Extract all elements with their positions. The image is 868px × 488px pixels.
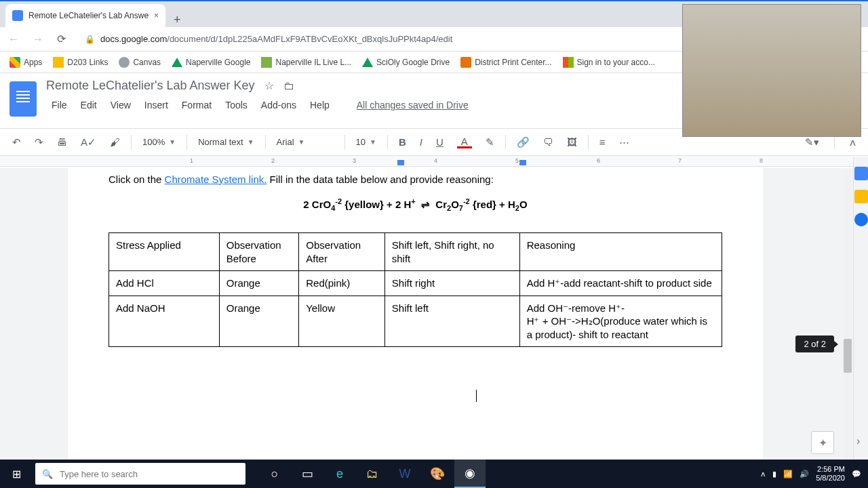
url-path: /document/d/1dpL225aAMdFLxF9ATBvCvEoXKt_…	[167, 34, 452, 44]
chromate-link[interactable]: Chromate System link.	[165, 174, 267, 185]
back-button[interactable]: ←	[5, 30, 22, 48]
menu-file[interactable]: File	[46, 97, 73, 113]
url-host: docs.google.com	[100, 34, 167, 44]
th-shift: Shift left, Shift right, no shift	[384, 233, 519, 271]
chrome-app[interactable]: ◉	[454, 460, 486, 488]
new-tab-button[interactable]: +	[165, 13, 189, 27]
paint-format-button[interactable]: 🖌	[104, 132, 125, 152]
italic-button[interactable]: I	[414, 132, 428, 152]
tasks-icon[interactable]	[854, 213, 868, 226]
wifi-icon[interactable]: 📶	[783, 470, 793, 479]
reload-button[interactable]: ⟳	[54, 30, 68, 48]
apps-button[interactable]: Apps	[9, 57, 42, 68]
search-icon: 🔍	[42, 469, 53, 479]
explorer-app[interactable]: 🗂	[357, 460, 388, 488]
lock-icon: 🔒	[85, 35, 95, 44]
th-stress: Stress Applied	[109, 233, 220, 271]
notifications-icon[interactable]: 💬	[852, 470, 861, 479]
paint-app[interactable]: 🎨	[422, 460, 453, 488]
align-button[interactable]: ≡	[594, 132, 611, 152]
clock[interactable]: 2:56 PM 5/8/2020	[816, 465, 845, 483]
apps-icon	[9, 57, 20, 68]
star-doc-icon[interactable]: ☆	[264, 79, 274, 92]
font-size-select[interactable]: 10▼	[351, 134, 382, 150]
close-tab-icon[interactable]: ×	[154, 11, 159, 20]
bookmark-d203[interactable]: D203 Links	[53, 57, 108, 68]
ruler[interactable]: 1 2 3 4 5 6 7 8	[0, 156, 868, 167]
th-before: Observation Before	[219, 233, 299, 271]
forward-button[interactable]: →	[30, 30, 46, 48]
task-view-button[interactable]: ▭	[292, 460, 323, 488]
tab-title: Remote LeChatelier's Lab Answe	[28, 11, 149, 20]
microsoft-icon	[563, 57, 574, 68]
image-button[interactable]: 🖼	[561, 132, 583, 152]
more-button[interactable]: ⋯	[614, 132, 635, 152]
highlight-button[interactable]: ✎	[480, 132, 500, 152]
bold-button[interactable]: B	[393, 132, 412, 152]
table-header-row: Stress Applied Observation Before Observ…	[109, 233, 722, 271]
side-panel-toggle[interactable]: ›	[856, 435, 860, 447]
bookmark-naperville-live[interactable]: Naperville IL Live L...	[261, 57, 351, 68]
bookmark-canvas[interactable]: Canvas	[119, 57, 161, 68]
menu-view[interactable]: View	[105, 97, 136, 113]
bookmark-signin[interactable]: Sign in to your acco...	[563, 57, 655, 68]
menu-insert[interactable]: Insert	[139, 97, 174, 113]
save-status[interactable]: All changes saved in Drive	[351, 97, 474, 113]
print-button[interactable]: 🖶	[52, 132, 73, 152]
site-icon	[261, 57, 272, 68]
document-page[interactable]: Click on the Chromate System link. Fill …	[68, 168, 763, 460]
text-cursor	[476, 390, 477, 402]
start-button[interactable]: ⊞	[0, 460, 33, 488]
explore-button[interactable]: ✦	[811, 431, 834, 454]
cortana-button[interactable]: ○	[259, 460, 290, 488]
menu-edit[interactable]: Edit	[75, 97, 102, 113]
edge-app[interactable]: e	[324, 460, 355, 488]
calendar-icon[interactable]	[854, 167, 868, 180]
indent-marker-right[interactable]	[519, 160, 526, 165]
data-table[interactable]: Stress Applied Observation Before Observ…	[108, 232, 722, 347]
table-row: Add NaOH Orange Yellow Shift left Add OH…	[109, 296, 722, 347]
text-color-button[interactable]: A	[452, 131, 477, 152]
system-tray[interactable]: ʌ ▮ 📶 🔊 2:56 PM 5/8/2020 💬	[761, 465, 868, 483]
scroll-thumb[interactable]	[844, 339, 852, 373]
th-after: Observation After	[299, 233, 385, 271]
comment-button[interactable]: 🗨	[538, 132, 559, 152]
zoom-select[interactable]: 100%▼	[137, 134, 181, 150]
word-app[interactable]: W	[389, 460, 420, 488]
docs-logo[interactable]	[9, 81, 37, 117]
move-doc-icon[interactable]: 🗀	[283, 80, 294, 92]
tray-chevron-icon[interactable]: ʌ	[761, 470, 766, 479]
docs-favicon	[12, 10, 23, 21]
bookmark-scioly[interactable]: SciOly Google Drive	[362, 58, 450, 67]
battery-icon[interactable]: ▮	[772, 470, 776, 479]
intro-paragraph: Click on the Chromate System link. Fill …	[108, 174, 722, 185]
bookmark-naperville-google[interactable]: Naperville Google	[172, 58, 250, 67]
menu-help[interactable]: Help	[304, 97, 335, 113]
document-canvas: Click on the Chromate System link. Fill …	[0, 168, 853, 460]
site-icon	[460, 57, 471, 68]
drive-icon	[362, 58, 373, 67]
menu-format[interactable]: Format	[176, 97, 217, 113]
font-select[interactable]: Arial▼	[271, 134, 339, 150]
windows-taskbar: ⊞ 🔍 Type here to search ○ ▭ e 🗂 W 🎨 ◉ ʌ …	[0, 460, 868, 488]
windows-search[interactable]: 🔍 Type here to search	[35, 463, 245, 485]
browser-tab[interactable]: Remote LeChatelier's Lab Answe ×	[5, 4, 165, 27]
folder-icon	[53, 57, 64, 68]
vertical-scrollbar[interactable]	[844, 169, 852, 460]
bookmark-print-center[interactable]: District Print Center...	[460, 57, 551, 68]
menu-addons[interactable]: Add-ons	[256, 97, 302, 113]
volume-icon[interactable]: 🔊	[800, 470, 809, 479]
redo-button[interactable]: ↷	[29, 132, 49, 152]
document-title[interactable]: Remote LeChatelier's Lab Answer Key	[46, 79, 255, 93]
page-indicator: 2 of 2	[795, 336, 834, 352]
underline-button[interactable]: U	[431, 132, 449, 152]
spellcheck-button[interactable]: A✓	[75, 132, 102, 152]
undo-button[interactable]: ↶	[7, 132, 26, 152]
link-button[interactable]: 🔗	[511, 132, 535, 152]
menu-tools[interactable]: Tools	[220, 97, 253, 113]
keep-icon[interactable]	[854, 190, 868, 203]
indent-marker-left[interactable]	[397, 160, 404, 165]
style-select[interactable]: Normal text▼	[193, 134, 259, 150]
table-row: Add HCl Orange Red(pink) Shift right Add…	[109, 271, 722, 296]
globe-icon	[119, 57, 130, 68]
